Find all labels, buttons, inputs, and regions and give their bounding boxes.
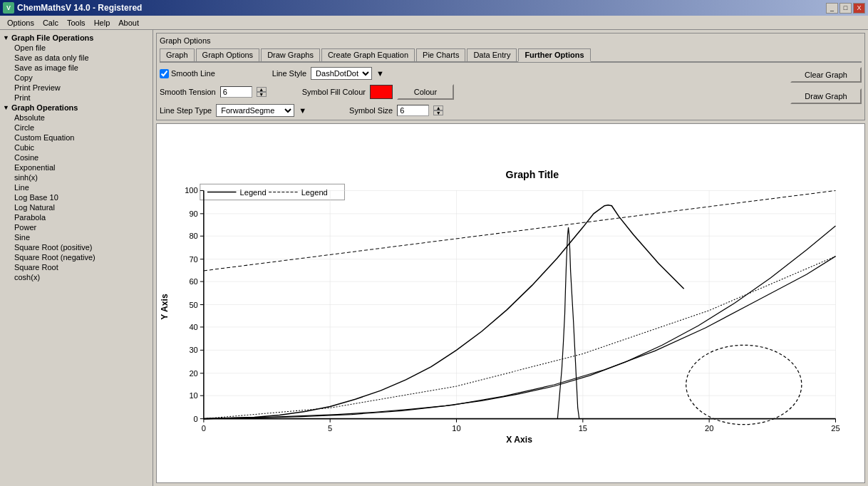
sidebar-item-log-natural[interactable]: Log Natural <box>0 202 153 212</box>
line-style-select[interactable]: DashDotDot Dash Dot Solid <box>311 67 372 80</box>
symbol-fill-colour-label: Symbol Fill Colour <box>302 88 366 96</box>
smooth-line-wrapper: Smooth Line <box>160 69 215 78</box>
tab-draw-graphs[interactable]: Draw Graphs <box>261 48 320 62</box>
graph-svg: Graph Title Legend Legend <box>157 124 864 482</box>
further-options-content: Smooth Line Line Style DashDotDot Dash D… <box>160 67 862 117</box>
svg-text:0: 0 <box>194 415 198 423</box>
menu-help[interactable]: Help <box>90 17 115 29</box>
row-step-size: Line Step Type ForwardSegme BackwardStep… <box>160 104 783 117</box>
line-step-type-label: Line Step Type <box>160 106 212 115</box>
menu-bar: Options Calc Tools Help About <box>0 16 868 30</box>
svg-text:70: 70 <box>189 255 197 264</box>
smooth-tension-down[interactable]: ▼ <box>257 92 267 97</box>
tab-bar: Graph Graph Options Draw Graphs Create G… <box>160 48 862 63</box>
sidebar-section-ops-title[interactable]: ▼ Graph Operations <box>0 103 153 113</box>
menu-tools[interactable]: Tools <box>63 17 90 29</box>
expand-icon-file: ▼ <box>3 34 9 41</box>
symbol-fill-colour-wrapper: Symbol Fill Colour Colour <box>302 84 454 100</box>
smooth-line-label: Smooth Line <box>171 69 215 78</box>
sidebar: ▼ Graph File Operations Open file Save a… <box>0 30 153 486</box>
smooth-tension-up[interactable]: ▲ <box>257 87 267 92</box>
content-area: Graph Options Graph Graph Options Draw G… <box>153 30 868 486</box>
graph-options-panel: Graph Options Graph Graph Options Draw G… <box>156 33 865 120</box>
svg-text:20: 20 <box>705 424 713 433</box>
svg-text:60: 60 <box>189 277 197 286</box>
sidebar-item-coshx[interactable]: cosh(x) <box>0 272 153 282</box>
svg-text:100: 100 <box>185 186 198 195</box>
sidebar-section-ops-label: Graph Operations <box>11 103 78 112</box>
sidebar-item-sinhx[interactable]: sinh(x) <box>0 172 153 182</box>
sidebar-item-line[interactable]: Line <box>0 182 153 192</box>
sidebar-item-power[interactable]: Power <box>0 222 153 232</box>
tab-create-graph-equation[interactable]: Create Graph Equation <box>321 48 415 62</box>
sidebar-section-file: ▼ Graph File Operations Open file Save a… <box>0 33 153 103</box>
action-buttons: Clear Graph Draw Graph <box>790 67 862 104</box>
sidebar-item-sqrt-pos[interactable]: Square Root (positive) <box>0 242 153 252</box>
smooth-tension-input[interactable] <box>220 86 252 98</box>
symbol-size-down[interactable]: ▼ <box>433 110 443 115</box>
sidebar-item-cubic[interactable]: Cubic <box>0 143 153 152</box>
main-container: ▼ Graph File Operations Open file Save a… <box>0 30 868 486</box>
sidebar-item-sine[interactable]: Sine <box>0 232 153 242</box>
svg-text:15: 15 <box>579 424 587 433</box>
colour-box[interactable] <box>370 85 393 99</box>
tab-data-entry[interactable]: Data Entry <box>467 48 517 62</box>
smooth-tension-wrapper: Smooth Tension ▲ ▼ <box>160 86 267 98</box>
expand-icon-ops: ▼ <box>3 104 9 111</box>
symbol-size-up[interactable]: ▲ <box>433 105 443 110</box>
line-style-wrapper: Line Style DashDotDot Dash Dot Solid ▼ <box>272 67 384 80</box>
sidebar-item-cosine[interactable]: Cosine <box>0 152 153 162</box>
minimize-button[interactable]: _ <box>826 3 838 14</box>
sidebar-item-open-file[interactable]: Open file <box>0 43 153 53</box>
x-axis-title: X Axis <box>506 435 532 445</box>
tab-further-options[interactable]: Further Options <box>518 48 590 62</box>
sidebar-item-custom-equation[interactable]: Custom Equation <box>0 133 153 143</box>
colour-button[interactable]: Colour <box>397 84 454 100</box>
window-controls: _ □ X <box>826 3 865 14</box>
svg-text:80: 80 <box>189 232 197 240</box>
smooth-tension-label: Smooth Tension <box>160 88 216 96</box>
symbol-size-spinner: ▲ ▼ <box>433 105 443 115</box>
sidebar-item-print[interactable]: Print <box>0 93 153 103</box>
line-style-label: Line Style <box>272 69 306 78</box>
tab-graph-options[interactable]: Graph Options <box>196 48 260 62</box>
sidebar-item-log-base10[interactable]: Log Base 10 <box>0 192 153 202</box>
svg-text:25: 25 <box>831 424 839 433</box>
svg-text:40: 40 <box>189 323 197 331</box>
svg-text:50: 50 <box>189 301 197 309</box>
menu-options[interactable]: Options <box>3 17 38 29</box>
line-step-type-select[interactable]: ForwardSegme BackwardStep None <box>216 104 294 117</box>
tab-pie-charts[interactable]: Pie Charts <box>416 48 465 62</box>
menu-about[interactable]: About <box>114 17 143 29</box>
sidebar-item-save-data[interactable]: Save as data only file <box>0 53 153 63</box>
sidebar-section-ops: ▼ Graph Operations Absolute Circle Custo… <box>0 103 153 282</box>
dropdown-arrow-step: ▼ <box>299 106 306 115</box>
sidebar-item-exponential[interactable]: Exponential <box>0 162 153 172</box>
svg-text:10: 10 <box>189 391 197 400</box>
svg-rect-0 <box>157 162 864 444</box>
sidebar-item-save-image[interactable]: Save as image file <box>0 63 153 73</box>
symbol-size-input[interactable] <box>397 105 429 116</box>
clear-graph-button[interactable]: Clear Graph <box>790 67 862 83</box>
menu-calc[interactable]: Calc <box>38 17 63 29</box>
draw-graph-button[interactable]: Draw Graph <box>790 88 862 104</box>
sidebar-item-sqrt-neg[interactable]: Square Root (negative) <box>0 252 153 262</box>
sidebar-item-copy[interactable]: Copy <box>0 73 153 83</box>
graph-canvas: Graph Title Legend Legend <box>156 123 865 483</box>
sidebar-item-absolute[interactable]: Absolute <box>0 113 153 123</box>
svg-text:90: 90 <box>189 210 197 218</box>
maximize-button[interactable]: □ <box>839 3 852 14</box>
row-tension-colour: Smooth Tension ▲ ▼ Symbol Fill Colour Co… <box>160 84 783 100</box>
legend1-text: Legend <box>240 188 267 197</box>
close-button[interactable]: X <box>853 3 865 14</box>
smooth-line-checkbox[interactable] <box>160 69 169 78</box>
sidebar-item-print-preview[interactable]: Print Preview <box>0 83 153 93</box>
svg-text:0: 0 <box>202 424 206 433</box>
sidebar-section-file-title[interactable]: ▼ Graph File Operations <box>0 33 153 43</box>
sidebar-item-circle[interactable]: Circle <box>0 123 153 133</box>
line-step-type-wrapper: Line Step Type ForwardSegme BackwardStep… <box>160 104 306 117</box>
sidebar-item-sqrt[interactable]: Square Root <box>0 262 153 272</box>
tab-graph[interactable]: Graph <box>160 48 195 62</box>
sidebar-item-parabola[interactable]: Parabola <box>0 212 153 222</box>
svg-text:20: 20 <box>189 369 197 378</box>
